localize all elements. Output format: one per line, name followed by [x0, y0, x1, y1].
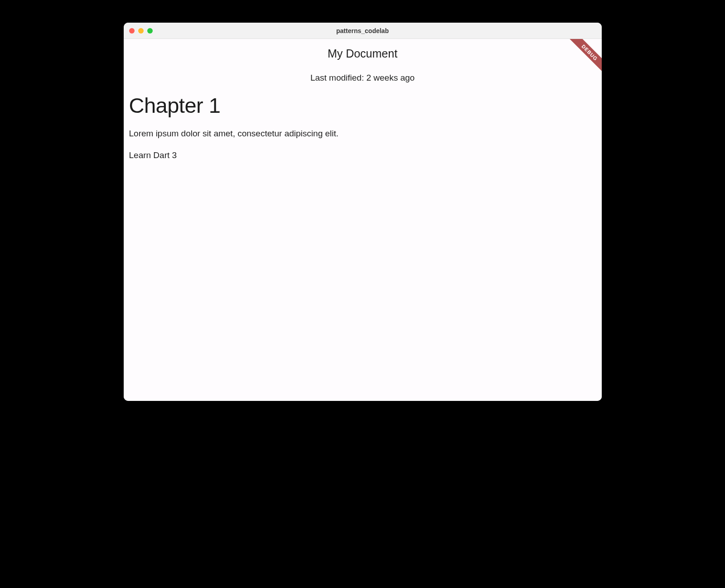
document-area: My Document Last modified: 2 weeks ago C… [124, 39, 602, 160]
chapter-heading: Chapter 1 [129, 93, 596, 118]
window-controls [129, 28, 153, 34]
app-window: patterns_codelab DEBUG My Document Last … [124, 23, 602, 401]
body-paragraph: Lorem ipsum dolor sit amet, consectetur … [129, 129, 596, 139]
document-title: My Document [129, 47, 596, 60]
close-icon[interactable] [129, 28, 135, 34]
last-modified-label: Last modified: 2 weeks ago [129, 73, 596, 83]
window-title: patterns_codelab [336, 27, 389, 34]
minimize-icon[interactable] [138, 28, 144, 34]
document-header: My Document Last modified: 2 weeks ago [129, 47, 596, 83]
learn-link: Learn Dart 3 [129, 150, 596, 160]
maximize-icon[interactable] [147, 28, 153, 34]
app-content: DEBUG My Document Last modified: 2 weeks… [124, 39, 602, 401]
titlebar: patterns_codelab [124, 23, 602, 39]
